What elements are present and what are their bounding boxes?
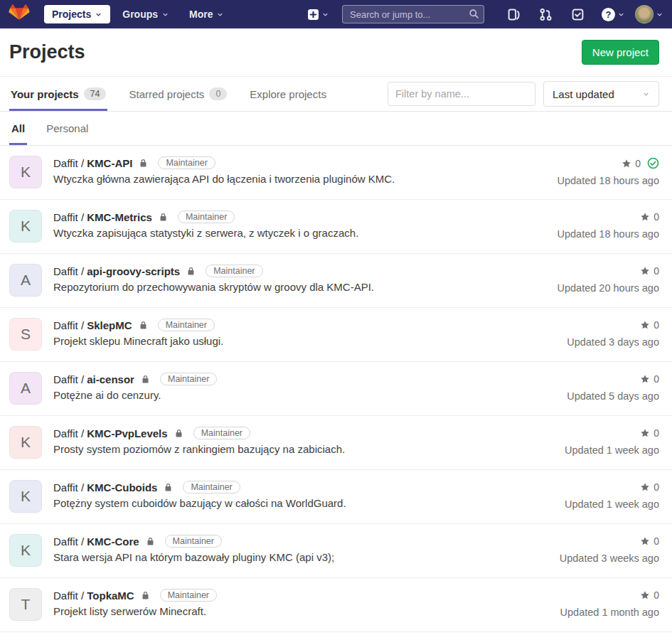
project-namespace: Daffit <box>53 373 78 385</box>
project-namespace: Daffit <box>53 211 78 223</box>
project-title-line: Daffit / KMC-Metrics Maintainer <box>53 210 558 223</box>
nav-more-menu[interactable]: More <box>181 5 232 23</box>
sort-dropdown[interactable]: Last updated <box>543 81 659 107</box>
project-row[interactable]: A Daffit / api-groovy-scripts Maintainer… <box>0 254 672 308</box>
lock-icon <box>164 483 173 492</box>
project-row[interactable]: K Daffit / KMC-Cuboids Maintainer Potężn… <box>0 470 672 524</box>
star-count: 0 <box>635 158 641 169</box>
project-description: Projekt listy serwerów Minecraft. <box>53 605 560 617</box>
project-link[interactable]: Daffit / KMC-Metrics <box>53 211 152 223</box>
lock-icon <box>146 537 155 546</box>
project-row[interactable]: K Daffit / KMC-PvpLevels Maintainer Pros… <box>0 416 672 470</box>
nav-groups-menu[interactable]: Groups <box>114 5 177 23</box>
project-link[interactable]: Daffit / KMC-Cuboids <box>53 481 157 494</box>
new-project-button[interactable]: New project <box>582 40 659 65</box>
star-icon[interactable] <box>640 266 650 276</box>
project-name: KMC-Core <box>87 535 139 548</box>
role-badge: Maintainer <box>160 373 217 385</box>
project-link[interactable]: Daffit / api-groovy-scripts <box>53 265 180 277</box>
filter-by-name-input[interactable] <box>388 82 535 106</box>
namespace-separator: / <box>81 590 87 602</box>
updated-timestamp: Updated 3 weeks ago <box>560 553 659 564</box>
project-description: Stara wersja API na którym bazowały plug… <box>53 551 560 563</box>
lock-icon <box>141 591 150 600</box>
project-list: K Daffit / KMC-API Maintainer Wtyczka gł… <box>0 146 672 632</box>
project-meta: 0 Updated 3 weeks ago <box>560 534 659 564</box>
star-icon[interactable] <box>640 482 650 492</box>
project-namespace: Daffit <box>53 590 78 602</box>
new-menu-dropdown[interactable] <box>307 9 329 21</box>
project-description: Wtyczka zapisująca statystyki z serwera,… <box>53 227 558 239</box>
lock-icon <box>139 321 148 330</box>
project-avatar: K <box>9 480 42 513</box>
subtab-personal[interactable]: Personal <box>44 112 90 145</box>
project-row[interactable]: K Daffit / KMC-Metrics Maintainer Wtyczk… <box>0 200 672 254</box>
project-link[interactable]: Daffit / KMC-API <box>53 157 132 169</box>
project-title-line: Daffit / KMC-PvpLevels Maintainer <box>53 427 565 439</box>
project-meta-top: 0 <box>640 211 659 223</box>
star-icon[interactable] <box>622 159 631 169</box>
projects-tabs-row: Your projects 74 Starred projects 0 Expl… <box>0 77 672 112</box>
project-row[interactable]: T Daffit / TopkaMC Maintainer Projekt li… <box>0 578 672 632</box>
todos-icon[interactable] <box>571 8 585 21</box>
tab-label: Your projects <box>11 88 79 100</box>
project-meta-top: 0 <box>640 481 659 493</box>
global-search <box>342 5 484 23</box>
subtab-all[interactable]: All <box>9 112 27 145</box>
updated-timestamp: Updated 18 hours ago <box>558 228 660 240</box>
top-navbar: Projects Groups More <box>0 0 672 28</box>
tab-starred-projects[interactable]: Starred projects 0 <box>127 77 228 111</box>
project-link[interactable]: Daffit / SklepMC <box>53 319 132 331</box>
project-link[interactable]: Daffit / KMC-PvpLevels <box>53 427 168 439</box>
project-name: KMC-Metrics <box>87 211 152 223</box>
star-count: 0 <box>654 590 659 601</box>
role-badge: Maintainer <box>206 265 262 277</box>
star-icon[interactable] <box>640 374 650 384</box>
project-namespace: Daffit <box>53 535 78 548</box>
project-description: Repozytorium do przechowywania skryptów … <box>53 281 558 293</box>
project-link[interactable]: Daffit / ai-censor <box>53 373 134 385</box>
star-icon[interactable] <box>640 428 650 438</box>
star-icon[interactable] <box>640 536 650 546</box>
chevron-down-icon <box>656 11 663 18</box>
plus-square-icon <box>307 9 319 21</box>
merge-requests-icon[interactable] <box>539 8 553 21</box>
project-avatar: A <box>9 264 42 297</box>
project-name: TopkaMC <box>87 590 134 602</box>
tab-explore-projects[interactable]: Explore projects <box>248 77 328 111</box>
project-title-line: Daffit / ai-censor Maintainer <box>53 373 567 385</box>
project-row[interactable]: S Daffit / SklepMC Maintainer Projekt sk… <box>0 308 672 362</box>
star-icon[interactable] <box>640 590 650 600</box>
project-avatar: K <box>9 534 42 567</box>
star-icon[interactable] <box>640 212 650 222</box>
help-menu-dropdown[interactable]: ? <box>602 8 625 21</box>
role-badge: Maintainer <box>193 427 250 439</box>
chevron-down-icon <box>216 11 224 18</box>
project-row[interactable]: K Daffit / KMC-Core Maintainer Stara wer… <box>0 524 672 578</box>
nav-projects-menu[interactable]: Projects <box>44 5 110 23</box>
gitlab-logo-icon[interactable] <box>9 4 30 24</box>
scope-subnav: All Personal <box>0 112 672 146</box>
project-namespace: Daffit <box>53 481 78 494</box>
project-row[interactable]: A Daffit / ai-censor Maintainer Potężne … <box>0 362 672 416</box>
nav-projects-label: Projects <box>52 9 91 20</box>
user-menu-dropdown[interactable] <box>635 5 663 23</box>
lock-icon <box>186 267 196 276</box>
project-avatar: A <box>9 372 42 405</box>
issues-icon[interactable] <box>507 8 521 21</box>
project-namespace: Daffit <box>53 265 78 277</box>
star-icon[interactable] <box>640 320 650 330</box>
pipeline-passed-icon[interactable] <box>647 157 659 169</box>
updated-timestamp: Updated 5 days ago <box>567 390 659 402</box>
project-row[interactable]: K Daffit / KMC-API Maintainer Wtyczka gł… <box>0 146 672 200</box>
search-input[interactable] <box>342 5 484 23</box>
tab-your-projects[interactable]: Your projects 74 <box>9 77 107 111</box>
namespace-separator: / <box>81 319 87 331</box>
project-link[interactable]: Daffit / TopkaMC <box>53 590 134 602</box>
tab-count-badge: 0 <box>209 87 227 100</box>
project-main: Daffit / TopkaMC Maintainer Projekt list… <box>53 588 560 617</box>
project-description: Potężny system cuboidów bazujący w całoś… <box>53 497 565 509</box>
project-link[interactable]: Daffit / KMC-Core <box>53 535 139 548</box>
updated-timestamp: Updated 18 hours ago <box>558 175 660 186</box>
project-title-line: Daffit / KMC-Core Maintainer <box>53 535 560 548</box>
